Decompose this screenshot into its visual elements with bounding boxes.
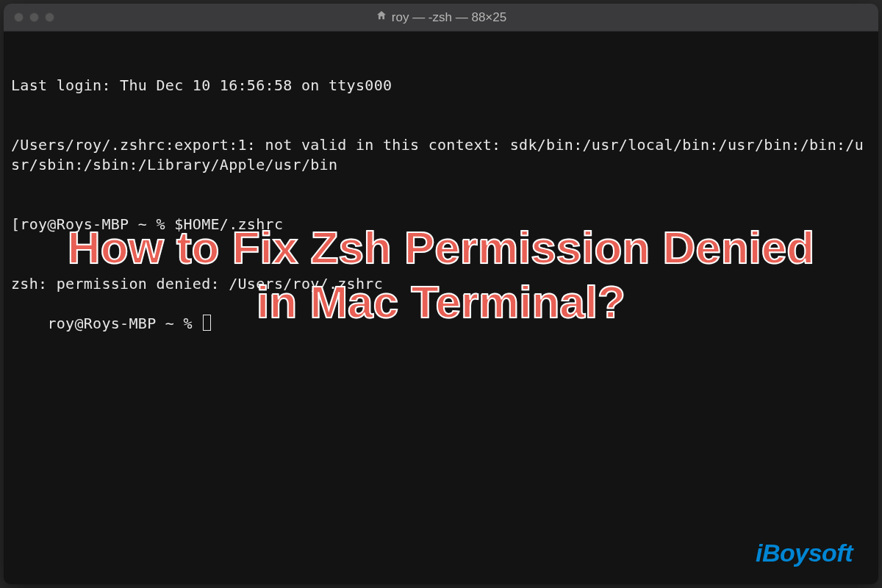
terminal-prompt: roy@Roys-MBP ~ % bbox=[47, 315, 201, 332]
terminal-line: zsh: permission denied: /Users/roy/.zshr… bbox=[11, 274, 871, 294]
maximize-button[interactable] bbox=[45, 12, 54, 22]
terminal-line: [roy@Roys-MBP ~ % $HOME/.zshrc bbox=[11, 215, 871, 234]
window-title-text: roy — -zsh — 88×25 bbox=[392, 10, 506, 25]
minimize-button[interactable] bbox=[29, 12, 39, 22]
terminal-cursor bbox=[203, 315, 211, 331]
window-title: roy — -zsh — 88×25 bbox=[4, 10, 878, 25]
terminal-line: /Users/roy/.zshrc:export:1: not valid in… bbox=[11, 135, 871, 175]
terminal-prompt-line: roy@Roys-MBP ~ % bbox=[47, 315, 211, 332]
title-bar[interactable]: roy — -zsh — 88×25 bbox=[4, 4, 878, 32]
close-button[interactable] bbox=[14, 12, 24, 22]
terminal-line: Last login: Thu Dec 10 16:56:58 on ttys0… bbox=[11, 76, 871, 96]
terminal-window: roy — -zsh — 88×25 Last login: Thu Dec 1… bbox=[4, 4, 878, 584]
home-icon bbox=[376, 10, 387, 25]
terminal-body[interactable]: Last login: Thu Dec 10 16:56:58 on ttys0… bbox=[4, 32, 878, 584]
traffic-lights bbox=[14, 12, 54, 22]
